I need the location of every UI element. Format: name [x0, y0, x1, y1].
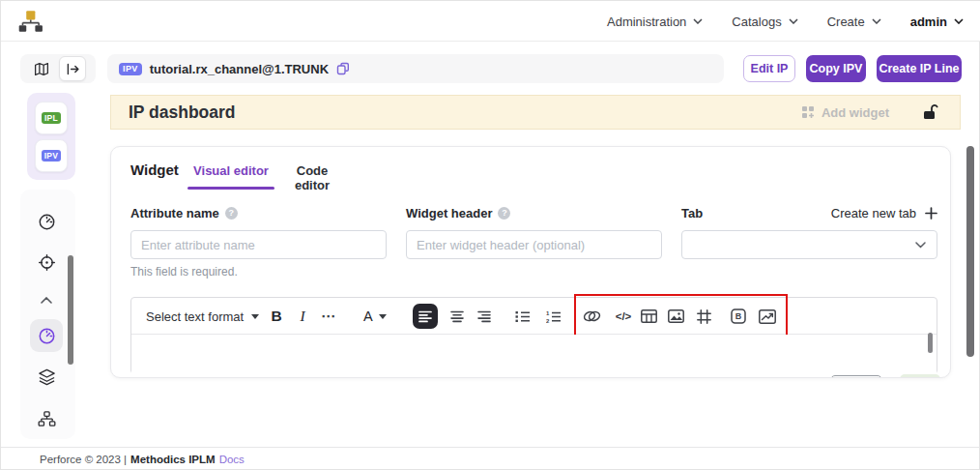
- align-left-button-active[interactable]: [413, 304, 438, 329]
- sidebar-item-dashboard[interactable]: [30, 205, 63, 238]
- svg-text:2: 2: [546, 317, 550, 323]
- app-logo-sitemap-icon[interactable]: [16, 8, 43, 35]
- caret-down-icon: [379, 314, 387, 319]
- ipv-breadcrumb: IPV tutorial.rx_channel@1.TRUNK: [107, 54, 724, 83]
- block-b-icon: B: [731, 308, 746, 324]
- chevron-down-icon: [693, 18, 703, 24]
- bullet-list-icon: [515, 310, 531, 323]
- edit-ip-button[interactable]: Edit IP: [743, 55, 795, 82]
- align-center-icon: [450, 310, 464, 323]
- align-right-icon: [477, 310, 491, 323]
- block-element-button[interactable]: B: [726, 304, 751, 329]
- add-widget-grid-icon: [801, 105, 815, 119]
- image-icon: [668, 309, 684, 323]
- editor-content-area[interactable]: [131, 335, 937, 374]
- nav-catalogs[interactable]: Catalogs: [732, 15, 797, 29]
- add-widget-label: Add widget: [821, 105, 889, 120]
- top-nav: Administration Catalogs Create admin: [607, 1, 964, 42]
- more-options-button[interactable]: ⋯: [321, 298, 336, 335]
- attribute-name-label: Attribute name: [130, 206, 219, 220]
- bullet-list-button[interactable]: [510, 304, 535, 329]
- help-icon[interactable]: ?: [225, 207, 238, 220]
- save-button-clipped[interactable]: [900, 374, 940, 378]
- table-icon: [641, 309, 657, 323]
- footer-copyright: Perforce © 2023 |: [40, 454, 127, 465]
- svg-text:B: B: [735, 311, 742, 321]
- chevron-down-icon: [915, 242, 926, 249]
- create-new-tab-button[interactable]: Create new tab: [831, 206, 937, 220]
- sitemap-icon: [38, 411, 56, 427]
- page-scrollbar-thumb[interactable]: [966, 146, 974, 357]
- sidebar-item-target[interactable]: [30, 246, 63, 279]
- caret-down-icon: [251, 314, 259, 319]
- nav-administration[interactable]: Administration: [607, 15, 703, 29]
- tab-visual-editor[interactable]: Visual editor: [187, 163, 274, 178]
- nav-create-label: Create: [827, 15, 865, 29]
- bold-button[interactable]: B: [268, 298, 285, 335]
- align-center-button[interactable]: [445, 304, 470, 329]
- editor-scrollbar-thumb[interactable]: [928, 333, 933, 353]
- unlock-toggle[interactable]: [921, 103, 939, 121]
- plus-icon: [925, 207, 937, 220]
- sidebar-item-widget-editor-active[interactable]: [30, 319, 63, 352]
- insert-table-button[interactable]: [636, 304, 661, 329]
- copy-icon[interactable]: [336, 62, 350, 75]
- code-block-button[interactable]: </>: [609, 304, 638, 329]
- copy-ipv-button[interactable]: Copy IPV: [806, 55, 866, 82]
- cancel-button-clipped[interactable]: [830, 375, 882, 378]
- italic-button[interactable]: I: [296, 298, 309, 335]
- nav-administration-label: Administration: [607, 15, 686, 29]
- attribute-name-input[interactable]: [130, 230, 387, 259]
- field-widget-header: Widget header ?: [406, 205, 662, 220]
- create-ip-line-button[interactable]: Create IP Line: [877, 55, 962, 82]
- help-icon[interactable]: ?: [498, 207, 510, 220]
- insert-chart-button[interactable]: [755, 304, 780, 329]
- ipv-badge: IPV: [119, 63, 142, 75]
- ipv-title: tutorial.rx_channel@1.TRUNK: [150, 62, 329, 76]
- field-tab: Tab Create new tab: [681, 205, 937, 220]
- crosshair-icon: [38, 253, 56, 272]
- align-right-button[interactable]: [472, 304, 497, 329]
- dashboard-header-bar: IP dashboard Add widget: [110, 95, 961, 130]
- add-widget-button[interactable]: Add widget: [801, 105, 889, 120]
- insert-image-button[interactable]: [663, 304, 688, 329]
- chevron-down-icon: [872, 18, 881, 24]
- numbered-list-button[interactable]: 1 2: [541, 304, 566, 329]
- link-icon: [583, 309, 601, 323]
- footer-docs-link[interactable]: Docs: [219, 454, 245, 465]
- tab-code-editor[interactable]: Code editor: [281, 163, 343, 192]
- insert-frame-button[interactable]: [691, 304, 716, 329]
- tab-select-dropdown[interactable]: [681, 230, 937, 259]
- sidebar-item-ipv[interactable]: IPV: [35, 139, 68, 172]
- sidebar-collapse-chevron[interactable]: [30, 291, 63, 308]
- page-title: IP dashboard: [129, 103, 236, 123]
- create-new-tab-label: Create new tab: [831, 206, 916, 220]
- insert-link-button[interactable]: [579, 304, 604, 329]
- footer-divider: [1, 447, 980, 448]
- expand-pane-button[interactable]: [59, 56, 86, 81]
- gauge-icon: [38, 327, 56, 345]
- tab-label: Tab: [681, 206, 703, 220]
- svg-text:1: 1: [546, 310, 550, 316]
- nav-user-label: admin: [910, 15, 947, 29]
- font-color-dropdown[interactable]: A: [363, 298, 387, 335]
- sidebar-item-layers[interactable]: [30, 361, 63, 394]
- chevron-up-icon: [41, 297, 52, 304]
- nav-user-admin[interactable]: admin: [910, 15, 964, 29]
- chevron-down-icon: [789, 18, 798, 24]
- chevron-down-icon: [954, 18, 964, 24]
- text-format-dropdown[interactable]: Select text format: [146, 298, 259, 335]
- pane-arrow-right-icon: [66, 63, 80, 75]
- map-toggle-group: [20, 54, 96, 83]
- ipv-badge-small: IPV: [42, 150, 62, 162]
- numbered-list-icon: 1 2: [546, 310, 562, 323]
- map-icon[interactable]: [33, 61, 50, 77]
- gauge-icon: [38, 213, 56, 231]
- sidebar-item-ipl[interactable]: IPL: [35, 102, 68, 134]
- nav-create[interactable]: Create: [827, 15, 881, 29]
- sidebar-item-hierarchy[interactable]: [30, 402, 63, 435]
- text-format-label: Select text format: [146, 309, 244, 324]
- widget-header-input[interactable]: [406, 230, 662, 259]
- widget-editor-card: Widget Visual editor Code editor Attribu…: [110, 146, 951, 378]
- sidebar-scrollbar-thumb[interactable]: [68, 255, 73, 365]
